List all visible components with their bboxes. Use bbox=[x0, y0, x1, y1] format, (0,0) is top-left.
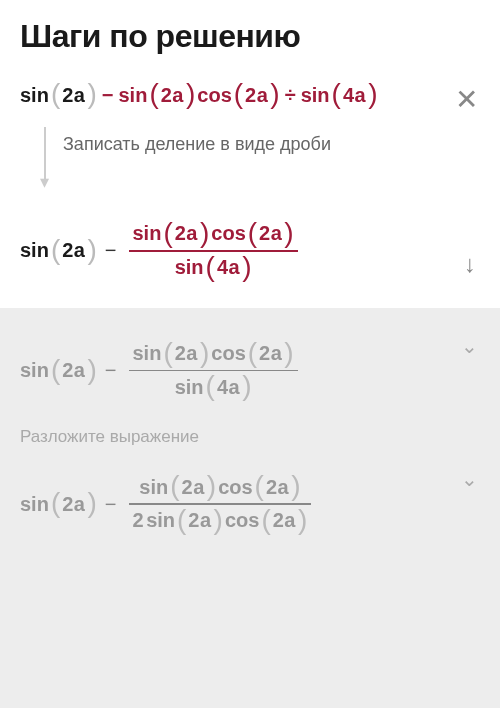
fn-sin: sin bbox=[139, 476, 168, 499]
arg: 2a bbox=[62, 493, 85, 516]
fn-sin: sin bbox=[20, 493, 49, 516]
expression-dim: sin ( 2a ) − sin ( 2a ) cos ( 2a ) sin bbox=[20, 338, 480, 404]
paren: ) bbox=[87, 236, 96, 264]
step-4[interactable]: ⌄ sin ( 2a ) − sin ( 2a ) cos ( 2a ) bbox=[0, 457, 500, 551]
paren: ( bbox=[261, 506, 270, 534]
step-1: sin ( 2a ) − sin ( 2a ) cos ( 2a ) ÷ sin… bbox=[0, 65, 500, 109]
close-icon[interactable]: ✕ bbox=[455, 83, 478, 116]
paren: ( bbox=[234, 80, 243, 108]
arg: 2a bbox=[259, 342, 282, 365]
arg: 2a bbox=[175, 222, 198, 245]
fn-sin-hl: sin bbox=[119, 84, 148, 107]
paren: ) bbox=[87, 356, 96, 384]
paren: ( bbox=[163, 219, 172, 247]
paren: ( bbox=[206, 372, 215, 400]
op-minus: − bbox=[105, 493, 117, 516]
paren: ) bbox=[186, 80, 195, 108]
step-3[interactable]: ⌄ sin ( 2a ) − sin ( 2a ) cos ( 2a ) bbox=[0, 324, 500, 418]
fn-sin: sin bbox=[20, 84, 49, 107]
paren: ) bbox=[87, 80, 96, 108]
paren: ) bbox=[368, 80, 377, 108]
op-minus: − bbox=[105, 359, 117, 382]
paren: ) bbox=[200, 339, 209, 367]
paren: ) bbox=[242, 372, 251, 400]
paren: ( bbox=[177, 506, 186, 534]
step-2: sin ( 2a ) − sin ( 2a ) cos ( 2a ) sin (… bbox=[0, 210, 500, 308]
chevron-down-icon[interactable]: ⌄ bbox=[461, 467, 478, 491]
explain-text-dim: Разложите выражение bbox=[0, 417, 500, 457]
coef: 2 bbox=[133, 509, 145, 532]
arg: 2a bbox=[62, 239, 85, 262]
paren: ( bbox=[248, 339, 257, 367]
arg: 2a bbox=[62, 359, 85, 382]
explain-text: Записать деление в виде дроби bbox=[63, 129, 331, 156]
paren: ) bbox=[291, 472, 300, 500]
arg: 4a bbox=[343, 84, 366, 107]
arg: 2a bbox=[182, 476, 205, 499]
fn-sin: sin bbox=[175, 376, 204, 399]
arg: 2a bbox=[273, 509, 296, 532]
paren: ) bbox=[207, 472, 216, 500]
fn-cos: cos bbox=[218, 476, 252, 499]
paren: ( bbox=[248, 219, 257, 247]
chevron-down-icon[interactable]: ⌄ bbox=[461, 334, 478, 358]
paren: ( bbox=[51, 80, 60, 108]
paren: ) bbox=[284, 219, 293, 247]
paren: ) bbox=[200, 219, 209, 247]
fn-sin-hl: sin bbox=[175, 256, 204, 279]
expression-original: sin ( 2a ) − sin ( 2a ) cos ( 2a ) ÷ sin… bbox=[20, 81, 480, 109]
paren: ( bbox=[206, 253, 215, 281]
paren: ) bbox=[87, 489, 96, 517]
transform-arrow-block: ▾ Записать деление в виде дроби bbox=[0, 109, 500, 210]
fn-cos-hl: cos bbox=[197, 84, 231, 107]
arg: 4a bbox=[217, 256, 240, 279]
paren: ( bbox=[51, 236, 60, 264]
arg: 2a bbox=[245, 84, 268, 107]
expression-fraction: sin ( 2a ) − sin ( 2a ) cos ( 2a ) sin (… bbox=[20, 218, 302, 284]
paren: ( bbox=[51, 356, 60, 384]
paren: ) bbox=[284, 339, 293, 367]
fn-cos: cos bbox=[225, 509, 259, 532]
paren: ( bbox=[255, 472, 264, 500]
arg: 2a bbox=[188, 509, 211, 532]
page-title: Шаги по решению bbox=[20, 18, 480, 55]
arrow-down-icon[interactable]: ↓ bbox=[464, 250, 476, 278]
paren: ( bbox=[51, 489, 60, 517]
fn-sin: sin bbox=[146, 509, 175, 532]
arg: 2a bbox=[175, 342, 198, 365]
fn-cos: cos bbox=[211, 342, 245, 365]
paren: ) bbox=[242, 253, 251, 281]
fraction: sin ( 2a ) cos ( 2a ) sin ( 4a ) bbox=[129, 338, 298, 404]
paren: ) bbox=[270, 80, 279, 108]
arg: 4a bbox=[217, 376, 240, 399]
fn-sin: sin bbox=[20, 239, 49, 262]
arg: 2a bbox=[266, 476, 289, 499]
arrow-down-icon: ▾ bbox=[40, 127, 49, 188]
fn-sin: sin bbox=[20, 359, 49, 382]
op-minus: − bbox=[105, 239, 117, 262]
paren: ( bbox=[332, 80, 341, 108]
paren: ( bbox=[163, 339, 172, 367]
op-minus: − bbox=[102, 84, 114, 107]
fn-sin: sin bbox=[133, 342, 162, 365]
fraction: sin ( 2a ) cos ( 2a ) 2 sin ( 2a ) cos bbox=[129, 471, 312, 537]
fn-sin-hl: sin bbox=[301, 84, 330, 107]
dimmed-steps: ⌄ sin ( 2a ) − sin ( 2a ) cos ( 2a ) bbox=[0, 308, 500, 708]
fn-sin-hl: sin bbox=[133, 222, 162, 245]
expression-dim: sin ( 2a ) − sin ( 2a ) cos ( 2a ) 2 bbox=[20, 471, 480, 537]
paren: ) bbox=[214, 506, 223, 534]
paren: ( bbox=[170, 472, 179, 500]
arg: 2a bbox=[62, 84, 85, 107]
fraction: sin ( 2a ) cos ( 2a ) sin ( 4a ) bbox=[129, 218, 298, 284]
arg: 2a bbox=[161, 84, 184, 107]
arg: 2a bbox=[259, 222, 282, 245]
paren: ) bbox=[298, 506, 307, 534]
paren: ( bbox=[149, 80, 158, 108]
fn-cos-hl: cos bbox=[211, 222, 245, 245]
op-divide: ÷ bbox=[285, 84, 296, 107]
